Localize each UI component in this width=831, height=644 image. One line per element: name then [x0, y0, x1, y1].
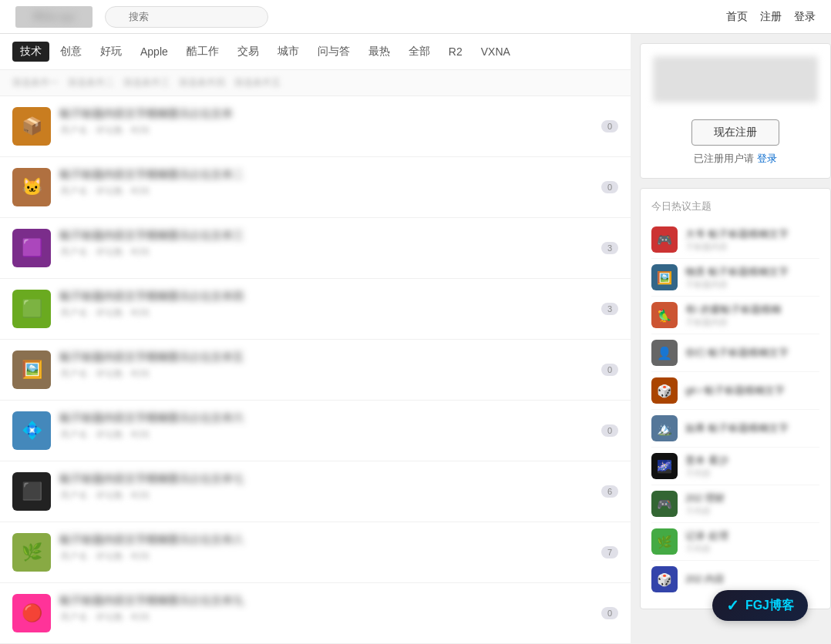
post-item[interactable]: 🐱 帖子标题内容文字模糊显示占位文本二 用户名 · 评论数 · 时间 0 — [0, 157, 631, 218]
hot-body: 记录 处理 子内容 — [685, 529, 819, 555]
hot-thumb: 🌿 — [651, 528, 678, 555]
hot-item-title: 普本 看沙 — [685, 454, 819, 468]
hot-item[interactable]: 🎲 git r 帖子标题模糊文字 — [651, 372, 819, 410]
post-item[interactable]: 📦 帖子标题内容文字模糊显示占位文本 用户名 · 评论数 · 时间 0 — [0, 96, 631, 157]
hot-thumb: 🎮 — [651, 491, 678, 517]
hot-item-sub: 子内容 — [685, 543, 819, 555]
logo-text: 网站Logo — [33, 10, 76, 24]
post-body: 帖子标题内容文字模糊显示占位文本九 用户名 · 评论数 · 时间 — [60, 594, 618, 624]
hot-item[interactable]: 🌌 普本 看沙 子内容 — [651, 448, 819, 485]
tab-创意[interactable]: 创意 — [52, 42, 89, 62]
header: 网站Logo 🔍 首页 注册 登录 — [0, 0, 831, 34]
hot-item-title: 有i 的窗帖子标题模糊 — [685, 303, 819, 317]
hot-list: 🎮 大爷 帖子标题模糊文字 子标题内容 🖼️ 物质 帖子标题模糊文字 子标题内容… — [651, 221, 819, 598]
hot-item[interactable]: 🎮 大爷 帖子标题模糊文字 子标题内容 — [651, 221, 819, 259]
hot-item[interactable]: 🎮 202 理财 子内容 — [651, 485, 819, 523]
sub-filter-2[interactable]: 筛选条件二 — [68, 76, 114, 89]
post-item[interactable]: 💠 帖子标题内容文字模糊显示占位文本六 用户名 · 评论数 · 时间 0 — [0, 401, 631, 461]
hot-item-sub: 子内容 — [685, 505, 819, 517]
tab-城市[interactable]: 城市 — [270, 42, 307, 62]
post-meta: 用户名 · 评论数 · 时间 — [60, 428, 618, 441]
nav-login[interactable]: 登录 — [794, 10, 816, 24]
hot-item[interactable]: 🏔️ 如果 帖子标题模糊文字 — [651, 410, 819, 448]
post-body: 帖子标题内容文字模糊显示占位文本二 用户名 · 评论数 · 时间 — [60, 168, 618, 198]
hot-thumb: 🎮 — [651, 226, 678, 253]
hot-body: 大爷 帖子标题模糊文字 子标题内容 — [685, 227, 819, 253]
sidebar-hot: 今日热议主题 🎮 大爷 帖子标题模糊文字 子标题内容 🖼️ 物质 帖子标题模糊文… — [640, 188, 831, 609]
post-thumb: ⬛ — [12, 472, 51, 511]
tab-交易[interactable]: 交易 — [230, 42, 267, 62]
post-thumb: 🖼️ — [12, 351, 51, 389]
post-list: 📦 帖子标题内容文字模糊显示占位文本 用户名 · 评论数 · 时间 0 🐱 帖子… — [0, 96, 631, 644]
tab-酷工作[interactable]: 酷工作 — [179, 42, 227, 62]
tab-问与答[interactable]: 问与答 — [310, 42, 358, 62]
nav-register[interactable]: 注册 — [760, 10, 782, 24]
hot-thumb: 🏔️ — [651, 415, 678, 441]
tabs-bar: 技术创意好玩Apple酷工作交易城市问与答最热全部R2VXNA — [0, 34, 631, 70]
sub-filter-5[interactable]: 筛选条件五 — [234, 76, 281, 89]
hot-item[interactable]: 🖼️ 物质 帖子标题模糊文字 子标题内容 — [651, 259, 819, 297]
hot-body: 普本 看沙 子内容 — [685, 454, 819, 479]
hot-body: 202 理财 子内容 — [685, 491, 819, 517]
hot-item[interactable]: 👤 你们 帖子标题模糊文字 — [651, 334, 819, 372]
hot-thumb: 🎲 — [651, 377, 678, 404]
hot-item-title: git r 帖子标题模糊文字 — [685, 384, 819, 397]
hot-item-title: 记录 处理 — [685, 529, 819, 543]
sub-filter-1[interactable]: 筛选条件一 — [12, 76, 59, 89]
hot-body: 如果 帖子标题模糊文字 — [685, 421, 819, 435]
post-count: 0 — [601, 120, 618, 132]
post-meta: 用户名 · 评论数 · 时间 — [60, 367, 618, 381]
post-thumb: 🌿 — [12, 533, 51, 572]
post-count: 7 — [601, 546, 618, 558]
post-item[interactable]: 🌿 帖子标题内容文字模糊显示占位文本八 用户名 · 评论数 · 时间 7 — [0, 522, 631, 583]
post-meta: 用户名 · 评论数 · 时间 — [60, 307, 618, 320]
tab-R2[interactable]: R2 — [441, 42, 470, 61]
post-meta: 用户名 · 评论数 · 时间 — [60, 246, 618, 259]
post-title: 帖子标题内容文字模糊显示占位文本九 — [60, 594, 618, 608]
post-thumb: 🐱 — [12, 168, 51, 206]
tab-最热[interactable]: 最热 — [361, 42, 398, 62]
hot-item[interactable]: 🌿 记录 处理 子内容 — [651, 523, 819, 561]
post-thumb: 💠 — [12, 411, 51, 450]
post-thumb: 🟪 — [12, 229, 51, 267]
hot-item[interactable]: 🦜 有i 的窗帖子标题模糊 子标题内容 — [651, 297, 819, 334]
hot-item-title: 202 内容 — [685, 572, 819, 586]
hot-item-sub: 子标题内容 — [685, 279, 819, 290]
hot-body: 有i 的窗帖子标题模糊 子标题内容 — [685, 303, 819, 328]
post-meta: 用户名 · 评论数 · 时间 — [60, 489, 618, 502]
post-item[interactable]: 🟩 帖子标题内容文字模糊显示占位文本四 用户名 · 评论数 · 时间 3 — [0, 279, 631, 340]
register-button[interactable]: 现在注册 — [691, 119, 779, 146]
post-count: 3 — [601, 242, 618, 254]
hot-body: git r 帖子标题模糊文字 — [685, 384, 819, 397]
post-count: 6 — [601, 485, 618, 498]
post-item[interactable]: 🖼️ 帖子标题内容文字模糊显示占位文本五 用户名 · 评论数 · 时间 0 — [0, 340, 631, 401]
post-count: 0 — [601, 364, 618, 376]
post-title: 帖子标题内容文字模糊显示占位文本四 — [60, 290, 618, 304]
post-meta: 用户名 · 评论数 · 时间 — [60, 185, 618, 198]
tab-技术[interactable]: 技术 — [12, 42, 49, 62]
tab-好玩[interactable]: 好玩 — [93, 42, 130, 62]
login-link[interactable]: 登录 — [757, 153, 777, 164]
fgj-badge[interactable]: ✓ FGJ博客 — [712, 590, 808, 621]
tab-全部[interactable]: 全部 — [401, 42, 438, 62]
hot-item-title: 202 理财 — [685, 491, 819, 505]
post-count: 0 — [601, 181, 618, 193]
sub-filter-4[interactable]: 筛选条件四 — [179, 76, 225, 89]
fgj-text: FGJ博客 — [745, 598, 794, 614]
nav-right: 首页 注册 登录 — [726, 10, 816, 24]
search-input[interactable] — [105, 6, 268, 28]
post-thumb: 🟩 — [12, 290, 51, 328]
post-title: 帖子标题内容文字模糊显示占位文本三 — [60, 229, 618, 243]
tab-VXNA[interactable]: VXNA — [473, 42, 518, 61]
sidebar-register-box: 现在注册 已注册用户请 登录 — [640, 43, 831, 179]
post-title: 帖子标题内容文字模糊显示占位文本二 — [60, 168, 618, 182]
post-body: 帖子标题内容文字模糊显示占位文本八 用户名 · 评论数 · 时间 — [60, 533, 618, 563]
post-item[interactable]: ⬛ 帖子标题内容文字模糊显示占位文本七 用户名 · 评论数 · 时间 6 — [0, 461, 631, 522]
hot-thumb: 🌌 — [651, 453, 678, 479]
nav-home[interactable]: 首页 — [726, 10, 748, 24]
post-thumb: 📦 — [12, 107, 51, 146]
post-item[interactable]: 🔴 帖子标题内容文字模糊显示占位文本九 用户名 · 评论数 · 时间 0 — [0, 583, 631, 644]
sub-filter-3[interactable]: 筛选条件三 — [123, 76, 170, 89]
tab-Apple[interactable]: Apple — [133, 42, 176, 61]
post-item[interactable]: 🟪 帖子标题内容文字模糊显示占位文本三 用户名 · 评论数 · 时间 3 — [0, 218, 631, 279]
